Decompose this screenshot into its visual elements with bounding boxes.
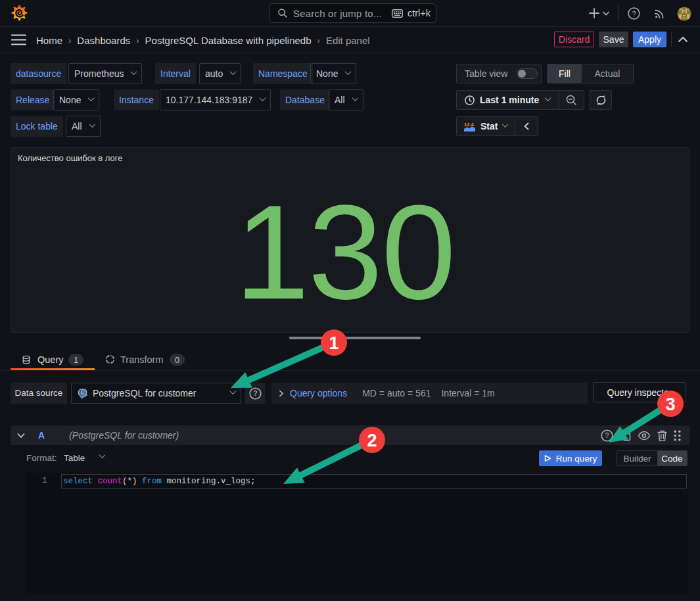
- svg-text:?: ?: [253, 389, 257, 397]
- svg-text:?: ?: [605, 431, 609, 439]
- svg-text:1: 1: [329, 333, 338, 353]
- svg-text:?: ?: [632, 10, 636, 18]
- svg-text:12.4: 12.4: [464, 122, 474, 128]
